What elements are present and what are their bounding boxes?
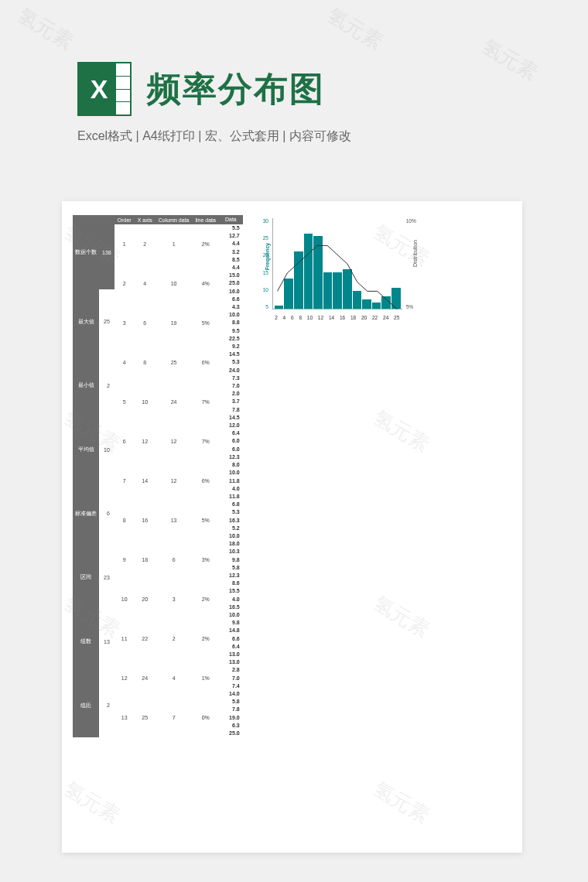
table-cell: 5 — [115, 382, 135, 422]
chart-y-left-tick: 30 — [263, 218, 268, 224]
data-value: 14.5 — [219, 414, 243, 422]
excel-icon: X — [77, 62, 132, 116]
table-cell: 3 — [156, 579, 193, 619]
table-cell: 0% — [192, 698, 218, 737]
table-header: X axis — [135, 215, 156, 224]
table-cell: 12 — [135, 422, 156, 461]
chart-x-tick: 22 — [372, 315, 378, 320]
chart-x-tick: 6 — [291, 315, 294, 320]
data-value: 4.0 — [219, 485, 243, 493]
chart-bar — [333, 272, 342, 309]
chart-y-right-tick: 10% — [406, 218, 416, 224]
table-cell: 4 — [115, 343, 135, 382]
data-value: 5.3 — [219, 508, 243, 516]
chart-x-tick: 16 — [340, 315, 345, 320]
table-cell: 6 — [115, 422, 135, 461]
data-value: 6.8 — [219, 501, 243, 508]
data-value: 8.8 — [219, 319, 243, 326]
table-cell: 12 — [156, 461, 193, 501]
data-value: 6.3 — [219, 722, 243, 730]
data-value: 10.3 — [219, 548, 243, 556]
stats-header-value: 138 — [99, 215, 115, 289]
stats-row-label: 组数 — [73, 610, 99, 674]
chart-y-left-tick: 15 — [263, 270, 268, 275]
stats-row-value: 10 — [99, 418, 115, 482]
table-cell: 4% — [192, 264, 218, 303]
table-cell: 20 — [135, 579, 156, 619]
data-value: 5.5 — [219, 224, 243, 232]
data-value: 4.0 — [219, 596, 243, 603]
chart-bar — [343, 269, 352, 309]
table-cell: 7 — [115, 461, 135, 501]
table-cell: 2 — [156, 619, 193, 658]
table-cell: 3% — [192, 540, 218, 579]
stats-row-label: 平均值 — [73, 418, 99, 482]
table-cell: 2 — [135, 224, 156, 264]
table-cell: 12 — [115, 658, 135, 698]
data-value: 8.6 — [219, 579, 243, 587]
data-value: 10.0 — [219, 311, 243, 319]
chart-bar — [275, 306, 284, 309]
table-cell: 2% — [192, 224, 218, 264]
data-value: 9.2 — [219, 343, 243, 350]
chart-bar — [323, 272, 333, 309]
chart-y-left-tick: 20 — [263, 252, 268, 258]
stats-header-label: 数据个数 — [73, 215, 99, 289]
data-value: 9.8 — [219, 556, 243, 564]
data-value: 10.0 — [219, 532, 243, 540]
stats-row-value: 2 — [99, 354, 115, 418]
table-cell: 22 — [135, 619, 156, 658]
table-cell: 10 — [115, 579, 135, 619]
table-row: 714126% — [115, 461, 219, 501]
chart-bar — [381, 296, 391, 309]
document-page: 数据个数 138 最大值25最小值2平均值10标准偏差6区间23组数13组距2 … — [62, 201, 522, 853]
table-cell: 11 — [115, 619, 135, 658]
stats-row-label: 最小值 — [73, 354, 99, 418]
data-value: 4.4 — [219, 264, 243, 272]
data-value: 5.2 — [219, 525, 243, 532]
data-value: 9.8 — [219, 619, 243, 627]
data-value: 12.3 — [219, 572, 243, 579]
table-cell: 5% — [192, 501, 218, 540]
data-value: 16.3 — [219, 517, 243, 525]
table-cell: 6% — [192, 343, 218, 382]
table-cell: 25 — [135, 698, 156, 737]
data-value: 8.0 — [219, 461, 243, 469]
table-cell: 7% — [192, 422, 218, 461]
table-row: 122441% — [115, 658, 219, 698]
table-cell: 4 — [156, 658, 193, 698]
table-cell: 19 — [156, 303, 193, 343]
data-value: 14.0 — [219, 690, 243, 698]
chart-bar — [391, 288, 401, 309]
table-cell: 10 — [156, 264, 193, 303]
data-value: 6.6 — [219, 635, 243, 643]
data-value: 16.0 — [219, 288, 243, 296]
data-value: 7.0 — [219, 675, 243, 682]
data-value: 10.0 — [219, 611, 243, 619]
table-cell: 24 — [135, 658, 156, 698]
data-column-header: Data — [219, 215, 243, 224]
chart-bar — [353, 291, 362, 309]
chart-x-ticks: 2468101214161820222425 — [272, 315, 402, 320]
chart-bar — [372, 303, 381, 309]
data-value: 9.5 — [219, 327, 243, 335]
chart-x-tick: 14 — [329, 315, 334, 320]
table-row: 91863% — [115, 540, 219, 579]
data-value: 15.5 — [219, 587, 243, 595]
table-cell: 13 — [156, 501, 193, 540]
table-cell: 8 — [115, 501, 135, 540]
stats-row-value: 2 — [99, 673, 115, 737]
data-value: 14.5 — [219, 350, 243, 358]
table-cell: 12 — [156, 422, 193, 461]
stats-row-value: 23 — [99, 545, 115, 610]
chart-bar — [304, 234, 313, 309]
table-cell: 10 — [135, 382, 156, 422]
frequency-table: OrderX axisColumn dataline data 1212%241… — [115, 215, 219, 737]
chart-bar — [294, 251, 303, 309]
data-value: 6.4 — [219, 643, 243, 651]
page-title: 频率分布图 — [147, 67, 325, 112]
chart-bars — [272, 218, 402, 309]
table-row: 48256% — [115, 343, 219, 382]
data-value: 12.3 — [219, 453, 243, 461]
chart-x-tick: 24 — [383, 315, 388, 320]
